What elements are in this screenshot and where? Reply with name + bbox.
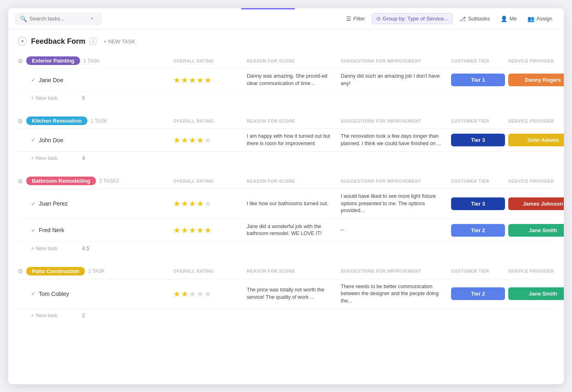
new-task-header-button[interactable]: + NEW TASK	[101, 38, 138, 45]
search-bar[interactable]: 🔍 ▾	[16, 13, 101, 25]
check-icon: ✓	[31, 137, 36, 143]
new-task-row: + New task 4	[18, 151, 554, 164]
search-input[interactable]	[29, 16, 87, 22]
collapse-button[interactable]: ▾	[18, 37, 27, 46]
group-toggle-patio-construction[interactable]: ⊙	[18, 268, 23, 274]
group-toggle-exterior-painting[interactable]: ⊙	[18, 58, 23, 64]
col-header-provider: SERVICE PROVIDER	[508, 58, 564, 63]
page-title: Feedback Form	[31, 37, 85, 46]
group-tag-bathroom-remodelling[interactable]: Bathroom Remodelling	[26, 177, 96, 185]
group-toggle-kitchen-renovation[interactable]: ⊙	[18, 118, 23, 124]
provider-badge[interactable]: Jane Smith	[508, 287, 564, 300]
provider-cell: Jane Smith	[508, 287, 564, 300]
task-name-cell: ✓ Jane Doe	[18, 77, 173, 83]
suggestions-cell: I would have liked to see more light fix…	[341, 193, 451, 215]
main-content: ▾ Feedback Form i + NEW TASK ⊙ Exterior …	[8, 29, 564, 384]
star-full: ★	[173, 225, 181, 235]
assign-button[interactable]: 👥 Assign	[523, 13, 556, 24]
tier-cell: Tier 2	[451, 287, 508, 300]
table-row: ✓ Juan Perez ★★★★★ I like how our bathro…	[18, 188, 554, 219]
tier-cell: Tier 2	[451, 224, 508, 237]
group-section-kitchen-renovation: ⊙ Kitchen Renovation 1 TASK OVERALL RATI…	[18, 114, 554, 164]
provider-badge[interactable]: Danny Rogers	[508, 74, 564, 86]
avg-score: 5	[82, 95, 85, 101]
star-full: ★	[197, 75, 204, 85]
reason-cell: Jane did a wonderful job with the bathro…	[247, 223, 341, 237]
check-icon: ✓	[31, 227, 36, 233]
tier-cell: Tier 3	[451, 197, 508, 210]
col-header-provider: SERVICE PROVIDER	[508, 119, 564, 123]
col-header-provider: SERVICE PROVIDER	[508, 179, 564, 184]
col-header-tier: CUSTOMER TIER	[451, 269, 508, 273]
person-icon: 👤	[500, 16, 507, 22]
me-button[interactable]: 👤 Me	[496, 13, 521, 24]
subtasks-button[interactable]: ⎇ Subtasks	[455, 13, 494, 24]
task-name-cell: ✓ Fred Nerk	[18, 227, 173, 233]
suggestions-cell: The renovation took a few days longer th…	[341, 133, 451, 147]
star-rating: ★★★★★	[173, 199, 247, 208]
task-name[interactable]: John Doe	[39, 137, 63, 143]
tier-cell: Tier 3	[451, 134, 508, 146]
group-label-area: ⊙ Patio Construction 1 TASK	[18, 267, 173, 276]
tier-badge[interactable]: Tier 3	[451, 134, 505, 146]
group-label-area: ⊙ Exterior Painting 1 TASK	[18, 56, 173, 65]
tier-cell: Tier 1	[451, 74, 508, 86]
group-toggle-bathroom-remodelling[interactable]: ⊙	[18, 178, 23, 184]
suggestions-cell: There needs to be better communication b…	[341, 283, 451, 305]
new-task-link[interactable]: + New task	[31, 245, 58, 251]
col-header-suggestions: SUGGESTIONS FOR IMPROVEMENT	[341, 269, 451, 273]
provider-badge[interactable]: Jane Smith	[508, 224, 564, 237]
task-name[interactable]: Fred Nerk	[39, 227, 64, 233]
task-name[interactable]: Juan Perez	[39, 200, 68, 207]
star-full: ★	[173, 75, 181, 85]
filter-button[interactable]: ☰ Filter	[342, 13, 369, 24]
task-name-cell: ✓ John Doe	[18, 137, 173, 143]
avg-score: 4	[82, 155, 85, 161]
tier-badge[interactable]: Tier 1	[451, 74, 505, 86]
group-tag-kitchen-renovation[interactable]: Kitchen Renovation	[26, 116, 87, 125]
rating-cell: ★★★★★	[173, 199, 247, 208]
group-header-patio-construction: ⊙ Patio Construction 1 TASK OVERALL RATI…	[18, 264, 554, 278]
task-name[interactable]: Tom Cobley	[39, 291, 69, 297]
group-tag-patio-construction[interactable]: Patio Construction	[26, 267, 85, 276]
rating-cell: ★★★★★	[173, 75, 247, 85]
table-row: ✓ Tom Cobley ★★★★★ The price was totally…	[18, 279, 554, 309]
provider-badge[interactable]: James Johnson	[508, 197, 564, 210]
star-rating: ★★★★★	[173, 225, 247, 235]
provider-cell: Jane Smith	[508, 224, 564, 237]
star-full: ★	[189, 75, 196, 85]
provider-cell: Danny Rogers	[508, 74, 564, 86]
check-icon: ✓	[31, 291, 36, 297]
group-by-button[interactable]: ⊙ Group by: Type of Service...	[372, 13, 453, 24]
star-full: ★	[197, 135, 204, 145]
task-name[interactable]: Jane Doe	[39, 77, 63, 83]
tier-badge[interactable]: Tier 2	[451, 287, 505, 300]
rating-cell: ★★★★★	[173, 289, 247, 299]
reason-cell: I am happy with how it turned out but th…	[247, 133, 341, 147]
group-header-exterior-painting: ⊙ Exterior Painting 1 TASK OVERALL RATIN…	[18, 54, 554, 67]
star-empty: ★	[204, 135, 212, 145]
group-tag-exterior-painting[interactable]: Exterior Painting	[26, 56, 80, 65]
top-bar: 🔍 ▾ ☰ Filter ⊙ Group by: Type of Service…	[8, 8, 564, 29]
col-header-reason: REASON FOR SCORE	[247, 179, 341, 184]
star-full: ★	[197, 199, 204, 208]
table-row: ✓ Jane Doe ★★★★★ Danny was amazing. She …	[18, 68, 554, 91]
provider-cell: James Johnson	[508, 197, 564, 210]
star-rating: ★★★★★	[173, 135, 247, 145]
task-count-exterior-painting: 1 TASK	[83, 58, 100, 64]
tier-badge[interactable]: Tier 3	[451, 197, 505, 210]
tier-badge[interactable]: Tier 2	[451, 224, 505, 237]
new-task-link[interactable]: + New task	[31, 95, 58, 101]
new-task-link[interactable]: + New task	[31, 312, 58, 318]
star-full: ★	[181, 225, 188, 235]
star-empty: ★	[197, 289, 204, 299]
task-table: ⊙ Exterior Painting 1 TASK OVERALL RATIN…	[18, 54, 554, 322]
col-header-overall-rating: OVERALL RATING	[173, 119, 247, 123]
provider-badge[interactable]: John Adams	[508, 134, 564, 146]
top-bar-right: ☰ Filter ⊙ Group by: Type of Service... …	[342, 13, 556, 24]
info-icon[interactable]: i	[89, 38, 97, 45]
group-section-patio-construction: ⊙ Patio Construction 1 TASK OVERALL RATI…	[18, 264, 554, 322]
new-task-link[interactable]: + New task	[31, 155, 58, 161]
new-task-row: + New task 4.5	[18, 242, 554, 255]
task-count-patio-construction: 1 TASK	[88, 268, 105, 274]
